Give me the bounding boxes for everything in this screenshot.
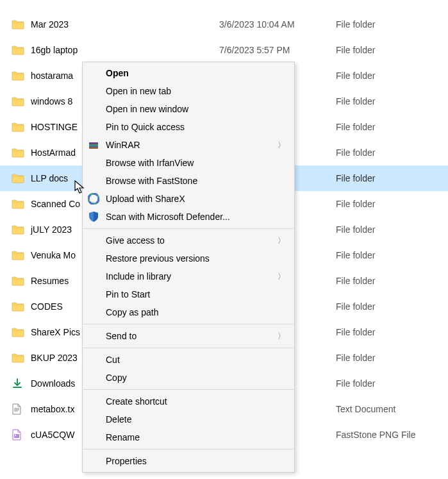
- folder-icon: [12, 122, 29, 132]
- folder-icon: [12, 199, 29, 209]
- chevron-right-icon: 〉: [278, 271, 285, 282]
- sharex-icon: [87, 192, 101, 206]
- menu-item[interactable]: Copy: [83, 369, 294, 387]
- file-type: File folder: [336, 19, 448, 29]
- file-type: File folder: [336, 71, 448, 81]
- menu-separator: [83, 324, 294, 324]
- menu-item[interactable]: Upload with ShareX: [83, 190, 294, 208]
- menu-item-label: Open in new tab: [106, 86, 171, 96]
- chevron-right-icon: 〉: [278, 140, 285, 151]
- menu-item[interactable]: Scan with Microsoft Defender...: [83, 208, 294, 226]
- menu-item[interactable]: Browse with FastStone: [83, 172, 294, 190]
- menu-item-label: Pin to Quick access: [106, 122, 185, 132]
- file-date: 7/6/2023 5:57 PM: [219, 45, 336, 55]
- folder-icon: [12, 45, 29, 55]
- winrar-icon: [87, 138, 101, 152]
- menu-separator: [83, 228, 294, 229]
- file-row[interactable]: 16gb laptop7/6/2023 5:57 PMFile folder: [0, 37, 448, 63]
- menu-item-label: Create shortcut: [106, 396, 167, 407]
- menu-item-label: Send to: [106, 331, 137, 341]
- png-icon: [12, 429, 29, 441]
- folder-icon: [12, 327, 29, 337]
- file-type: File folder: [336, 301, 448, 312]
- svg-rect-0: [14, 434, 19, 438]
- file-date: 3/6/2023 10:04 AM: [219, 19, 336, 29]
- menu-item-label: Delete: [106, 414, 131, 424]
- folder-icon: [12, 276, 29, 286]
- menu-item[interactable]: Rename: [83, 428, 294, 446]
- menu-item[interactable]: Include in library〉: [83, 267, 294, 285]
- menu-item[interactable]: Copy as path: [83, 303, 294, 321]
- file-type: File folder: [336, 96, 448, 106]
- menu-item-label: Pin to Start: [106, 289, 150, 299]
- menu-item[interactable]: Browse with IrfanView: [83, 154, 294, 172]
- menu-item-label: Open: [106, 68, 129, 78]
- file-name: 16gb laptop: [29, 45, 219, 55]
- folder-icon: [12, 96, 29, 106]
- download-icon: [12, 378, 29, 389]
- menu-item[interactable]: Give access to〉: [83, 231, 294, 249]
- menu-item-label: Browse with FastStone: [106, 176, 197, 186]
- menu-item-label: Rename: [106, 432, 140, 442]
- file-type: File folder: [336, 45, 448, 55]
- defender-icon: [87, 210, 101, 224]
- file-row[interactable]: Mar 20233/6/2023 10:04 AMFile folder: [0, 12, 448, 37]
- chevron-right-icon: 〉: [278, 235, 285, 246]
- svg-point-8: [88, 194, 99, 204]
- file-name: Mar 2023: [29, 19, 219, 29]
- menu-item[interactable]: Delete: [83, 410, 294, 428]
- svg-point-1: [15, 435, 16, 436]
- svg-rect-4: [89, 144, 98, 146]
- menu-item[interactable]: WinRAR〉: [83, 136, 294, 154]
- menu-item[interactable]: Open in new window: [83, 100, 294, 118]
- menu-item[interactable]: Pin to Start: [83, 285, 294, 303]
- folder-icon: [12, 147, 29, 158]
- file-type: File folder: [336, 276, 448, 286]
- menu-item-label: Copy: [106, 373, 127, 383]
- svg-rect-5: [89, 146, 98, 147]
- file-type: File folder: [336, 122, 448, 132]
- file-type: File folder: [336, 378, 448, 389]
- menu-item-label: Cut: [106, 355, 120, 365]
- menu-item[interactable]: Send to〉: [83, 327, 294, 345]
- menu-item-label: WinRAR: [106, 140, 140, 150]
- file-type: File folder: [336, 199, 448, 209]
- file-type: Text Document: [336, 404, 448, 414]
- menu-item[interactable]: Create shortcut: [83, 392, 294, 410]
- file-type: File folder: [336, 353, 448, 363]
- menu-item[interactable]: Cut: [83, 351, 294, 369]
- folder-icon: [12, 71, 29, 81]
- menu-item-label: Browse with IrfanView: [106, 158, 194, 168]
- svg-rect-3: [89, 142, 98, 144]
- menu-item[interactable]: Open in new tab: [83, 82, 294, 100]
- file-type: File folder: [336, 173, 448, 183]
- menu-item-label: Upload with ShareX: [106, 194, 185, 204]
- menu-item-label: Give access to: [106, 235, 165, 246]
- menu-item-label: Properties: [106, 456, 147, 466]
- file-type: FastStone PNG File: [336, 430, 448, 440]
- folder-icon: [12, 301, 29, 312]
- menu-item-label: Copy as path: [106, 307, 159, 317]
- menu-item[interactable]: Pin to Quick access: [83, 118, 294, 136]
- file-type: File folder: [336, 327, 448, 337]
- text-icon: [12, 403, 29, 415]
- file-type: File folder: [336, 250, 448, 260]
- menu-item[interactable]: Properties: [83, 452, 294, 470]
- menu-item-label: Include in library: [106, 271, 171, 282]
- menu-separator: [83, 449, 294, 450]
- menu-item-label: Scan with Microsoft Defender...: [106, 212, 230, 222]
- file-type: File folder: [336, 147, 448, 158]
- folder-icon: [12, 19, 29, 29]
- context-menu: OpenOpen in new tabOpen in new windowPin…: [82, 62, 295, 473]
- menu-separator: [83, 348, 294, 348]
- file-type: File folder: [336, 224, 448, 235]
- menu-item[interactable]: Restore previous versions: [83, 249, 294, 267]
- folder-icon: [12, 250, 29, 260]
- menu-separator: [83, 389, 294, 390]
- menu-item-label: Restore previous versions: [106, 253, 210, 264]
- folder-icon: [12, 173, 29, 183]
- folder-icon: [12, 224, 29, 235]
- folder-icon: [12, 353, 29, 363]
- menu-item[interactable]: Open: [83, 64, 294, 82]
- chevron-right-icon: 〉: [278, 331, 285, 342]
